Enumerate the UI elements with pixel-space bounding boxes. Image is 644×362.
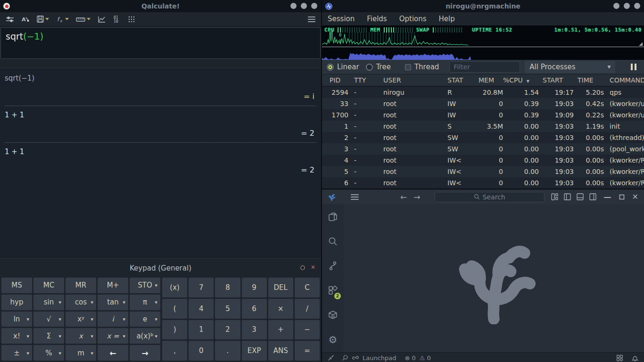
graph-branch-icon[interactable] [328,261,338,273]
right-panel-icon[interactable] [589,193,596,200]
launchpad-label[interactable]: Launchpad [363,354,396,362]
menu-help[interactable]: Help [439,15,455,23]
keypad-button-sin[interactable]: sin▼ [33,295,64,310]
settings-gear-icon[interactable]: ⚙ [329,334,338,346]
column-header-USER[interactable]: USER [383,76,447,84]
keypad-button-C[interactable]: C [295,278,320,297]
keypad-button-8[interactable]: 8 [215,278,240,297]
keypad-button-1[interactable]: 1 [189,320,214,340]
pause-button[interactable] [631,64,636,70]
keypad-button-/[interactable]: / [295,299,320,319]
column-header-%CPU[interactable]: %CPU▼ [503,76,543,84]
keypad-button-,[interactable]: , [162,341,187,361]
keypad-button-xʸ[interactable]: xʸ▼ [66,312,96,327]
keypad-button-m[interactable]: m▼ [66,345,96,361]
keypad-button-(x)[interactable]: (x) [162,278,187,297]
linear-radio[interactable] [327,64,334,71]
menu-fields[interactable]: Fields [367,15,387,23]
keypad-button-i[interactable]: i▼ [98,312,128,327]
keypad-button-tan[interactable]: tan▼ [98,295,128,310]
column-header-START[interactable]: START [543,76,578,84]
history-entry[interactable]: 1 + 1 = 2 [5,148,316,174]
process-row[interactable]: 3-rootSW00.0019:030.00s(pool_work [322,143,644,155]
keypad-button-MS[interactable]: MS [1,278,32,293]
keypad-button-a(x)ᵇ[interactable]: a(x)ᵇ▼ [130,328,160,344]
keypad-button-4[interactable]: 4 [189,299,214,319]
keypad-button-M+[interactable]: M+ [98,278,128,293]
keypad-button-2[interactable]: 2 [215,320,240,340]
process-row[interactable]: 1700-rootIW00.3919:090.22s(kworker/u [322,109,644,121]
keypad-button-+[interactable]: + [268,320,293,340]
keypad-button-hyp[interactable]: hyp [1,295,32,310]
keypad-button-0[interactable]: 0 [189,341,214,361]
window-control-dots[interactable] [613,3,640,9]
pane-separator[interactable] [0,59,321,68]
keypad-toggle-icon[interactable] [128,16,135,23]
menu-icon[interactable] [351,194,359,200]
column-header-MEM[interactable]: MEM [479,76,503,84]
keypad-button-ln[interactable]: ln▼ [1,312,32,327]
tree-radio[interactable] [366,64,373,71]
keypad-button-→[interactable]: → [130,345,160,361]
graph-resize-arrow[interactable]: ◢ [639,41,643,46]
keypad-button-.[interactable]: . [215,341,240,361]
keypad-button-×[interactable]: × [268,299,293,319]
keyboard-mode-icon[interactable]: A [21,16,30,23]
keypad-button-ANS[interactable]: ANS [268,341,293,361]
keypad-button-±[interactable]: ±▼ [1,345,32,361]
process-row[interactable]: 6-rootIW<00.0019:030.00s(kworker/R [322,177,644,189]
keypad-button-3[interactable]: 3 [242,320,267,340]
rocket-icon[interactable] [342,354,348,361]
maximize-button[interactable] [619,194,625,200]
units-menu-icon[interactable] [76,16,91,23]
process-row[interactable]: 2594-niroguR20.8M1.5419:175.20sqps [322,87,644,98]
process-row[interactable]: 2-rootSW00.0019:030.00s(kthreadd) [322,132,644,143]
plugins-icon[interactable]: 2 [328,285,338,297]
error-count[interactable]: ⊗ 0 [405,354,416,362]
keypad-button-π[interactable]: π▼ [130,295,160,310]
column-header-COMMAND[interactable]: COMMAND [610,76,644,84]
functions-menu-icon[interactable]: fx [56,16,69,23]
keypad-button-−[interactable]: − [295,320,320,340]
plot-icon[interactable] [98,16,106,23]
expression-input[interactable]: sqrt(−1) [0,27,321,59]
keypad-button-√[interactable]: √▼ [33,312,64,327]
keypad-button-([interactable]: ( [162,299,187,319]
keypad-button-Σ[interactable]: Σ▼ [33,328,64,344]
menu-session[interactable]: Session [328,15,355,23]
left-panel-icon[interactable] [564,193,571,200]
back-arrow-icon[interactable]: ← [400,192,407,202]
keypad-button-6[interactable]: 6 [242,299,267,319]
history-entry[interactable]: 1 + 1 = 2 [5,111,316,138]
process-row[interactable]: 1-rootS3.5M0.0019:031.19sinit [322,121,644,132]
keypad-button-MR[interactable]: MR [66,278,96,293]
column-header-TIME[interactable]: TIME [578,76,610,84]
layout-blocks-icon[interactable] [551,193,558,200]
keypad-button-)[interactable]: ) [162,320,187,340]
close-button[interactable]: ✕ [632,192,638,201]
keypad-close-icon[interactable]: ✕ [311,264,315,270]
keypad-button-EXP[interactable]: EXP [242,341,267,361]
keypad-button-←[interactable]: ← [98,345,128,361]
keypad-button-STO[interactable]: STO▼ [130,278,160,293]
history-panel[interactable]: sqrt(−1) = i 1 + 1 = 2 1 + 1 = 2 [0,68,321,258]
search-input[interactable]: Search [435,192,545,202]
keypad-button-x[interactable]: x▼ [66,328,96,344]
column-header-PID[interactable]: PID [330,76,354,84]
keypad-button-=[interactable]: = [295,341,320,361]
keypad-button-DEL[interactable]: DEL [268,278,293,297]
link-icon[interactable] [352,354,359,361]
save-menu-icon[interactable] [37,16,49,23]
keypad-detach-icon[interactable]: ○ [300,264,305,270]
keypad-button-%[interactable]: %▼ [33,345,64,361]
keypad-button-9[interactable]: 9 [242,278,267,297]
search-sidebar-icon[interactable] [328,236,338,248]
disconnected-icon[interactable] [328,354,334,361]
history-entry[interactable]: sqrt(−1) = i [5,74,316,101]
minimize-button[interactable]: — [604,192,611,201]
keypad-button-e[interactable]: e▼ [130,312,160,327]
filter-input[interactable] [449,61,520,73]
process-row[interactable]: 5-rootIW<00.0019:030.00s(kworker/R [322,166,644,177]
pages-icon[interactable] [328,212,338,224]
keypad-button-x =[interactable]: x =▼ [98,328,128,344]
